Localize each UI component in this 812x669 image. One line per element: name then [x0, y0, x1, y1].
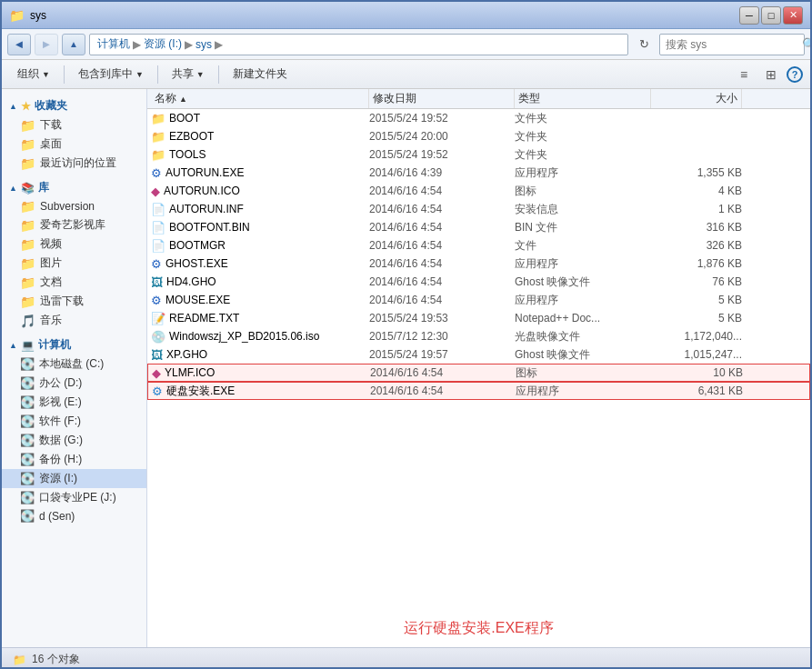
sidebar-item-video[interactable]: 📁 视频 [2, 235, 146, 254]
sidebar-item-recent[interactable]: 📁 最近访问的位置 [2, 154, 146, 173]
sidebar-item-music[interactable]: 🎵 音乐 [2, 311, 146, 330]
file-cell-date: 2015/5/24 19:52 [369, 112, 515, 125]
file-cell-type: 安装信息 [515, 202, 651, 217]
toolbar-right: ≡ ⊞ ? [732, 64, 803, 85]
sidebar-section-header-favorites[interactable]: ▲ ★ 收藏夹 [2, 96, 146, 115]
sidebar-item-backup-h[interactable]: 💽 备份 (H:) [2, 450, 146, 469]
music-icon: 🎵 [20, 314, 35, 328]
file-name: MOUSE.EXE [165, 294, 230, 306]
table-row[interactable]: ⚙ GHOST.EXE 2014/6/16 4:54 应用程序 1,876 KB [147, 255, 810, 273]
file-cell-size: 10 KB [652, 366, 743, 379]
computer-label: 计算机 [38, 337, 71, 353]
download-folder-icon: 📁 [20, 118, 35, 133]
sidebar-section-header-library[interactable]: ▲ 📚 库 [2, 178, 146, 197]
search-box[interactable]: 🔍 [659, 34, 805, 55]
table-row[interactable]: 🖼 XP.GHO 2015/5/24 19:57 Ghost 映像文件 1,01… [147, 345, 810, 364]
sidebar-item-thunder[interactable]: 📁 迅雷下载 [2, 292, 146, 311]
file-cell-type: Notepad++ Doc... [515, 312, 651, 325]
share-button[interactable]: 共享 ▼ [164, 63, 213, 86]
close-button[interactable]: ✕ [783, 6, 803, 25]
sidebar-item-local-c[interactable]: 💽 本地磁盘 (C:) [2, 354, 146, 374]
col-header-size[interactable]: 大小 [651, 89, 742, 108]
sidebar-item-recent-label: 最近访问的位置 [40, 155, 116, 171]
sidebar-item-software-f-label: 软件 (F:) [39, 414, 81, 429]
search-input[interactable] [666, 38, 802, 51]
file-cell-size: 1,172,040... [651, 330, 742, 343]
table-row[interactable]: 📄 BOOTFONT.BIN 2014/6/16 4:54 BIN 文件 316… [147, 218, 810, 236]
view-icon-button[interactable]: ⊞ [759, 64, 783, 85]
share-dropdown-icon: ▼ [196, 70, 205, 79]
table-row[interactable]: ⚙ AUTORUN.EXE 2014/6/16 4:39 应用程序 1,355 … [147, 164, 810, 182]
table-row[interactable]: ◆ YLMF.ICO 2014/6/16 4:54 图标 10 KB [147, 364, 810, 382]
file-cell-name: 🖼 HD4.GHO [151, 275, 369, 289]
table-row[interactable]: 📄 AUTORUN.INF 2014/6/16 4:54 安装信息 1 KB [147, 200, 810, 218]
table-row[interactable]: 📄 BOOTMGR 2014/6/16 4:54 文件 326 KB [147, 236, 810, 255]
table-row[interactable]: ◆ AUTORUN.ICO 2014/6/16 4:54 图标 4 KB [147, 182, 810, 200]
col-header-name[interactable]: 名称 ▲ [151, 89, 369, 108]
organize-button[interactable]: 组织 ▼ [9, 63, 58, 86]
sidebar-section-header-computer[interactable]: ▲ 💻 计算机 [2, 335, 146, 354]
address-path[interactable]: 计算机 ▶ 资源 (I:) ▶ sys ▶ [89, 34, 628, 55]
sidebar-item-download[interactable]: 📁 下载 [2, 115, 146, 135]
breadcrumb-resource[interactable]: 资源 (I:) [144, 36, 182, 52]
data-g-icon: 💽 [20, 434, 35, 447]
sidebar-item-office-d[interactable]: 💽 办公 (D:) [2, 374, 146, 393]
file-cell-date: 2014/6/16 4:54 [369, 257, 515, 270]
sidebar-item-movies-e[interactable]: 💽 影视 (E:) [2, 393, 146, 412]
maximize-button[interactable]: □ [761, 6, 781, 25]
refresh-button[interactable]: ↻ [632, 34, 656, 55]
breadcrumb-computer[interactable]: 计算机 [97, 36, 130, 52]
minimize-button[interactable]: ─ [739, 6, 759, 25]
organize-dropdown-icon: ▼ [42, 70, 50, 79]
sidebar-item-image-label: 图片 [40, 255, 62, 271]
forward-button[interactable]: ► [35, 34, 58, 55]
sidebar-item-download-label: 下载 [40, 117, 62, 133]
video-icon: 📁 [20, 237, 35, 252]
file-cell-size: 5 KB [651, 294, 742, 306]
sidebar-item-desktop[interactable]: 📁 桌面 [2, 135, 146, 154]
sidebar-section-library: ▲ 📚 库 📁 Subversion 📁 爱奇艺影视库 📁 视频 📁 图片 [2, 178, 146, 330]
file-cell-date: 2015/5/24 19:53 [369, 312, 515, 325]
sidebar-item-subversion[interactable]: 📁 Subversion [2, 197, 146, 215]
sidebar-item-pocket-j[interactable]: 💽 口袋专业PE (J:) [2, 488, 146, 507]
back-button[interactable]: ◄ [7, 34, 31, 55]
col-header-type[interactable]: 类型 [515, 89, 651, 108]
breadcrumb-sep-2: ▶ [185, 38, 193, 51]
sidebar-item-image[interactable]: 📁 图片 [2, 254, 146, 273]
sidebar-item-d-sen[interactable]: 💽 d (Sen) [2, 507, 146, 524]
toolbar-separator-2 [157, 65, 158, 84]
sidebar-item-subversion-label: Subversion [40, 200, 95, 213]
table-row[interactable]: 💿 Windowszj_XP_BD2015.06.iso 2015/7/12 1… [147, 327, 810, 345]
sidebar-item-doc[interactable]: 📁 文档 [2, 273, 146, 292]
help-button[interactable]: ? [787, 66, 803, 83]
file-cell-date: 2015/7/12 12:30 [369, 330, 515, 343]
file-cell-name: 📄 BOOTFONT.BIN [151, 221, 369, 235]
library-label: 库 [38, 180, 49, 195]
up-button[interactable]: ▲ [62, 34, 85, 55]
table-row[interactable]: 📝 README.TXT 2015/5/24 19:53 Notepad++ D… [147, 309, 810, 327]
table-row[interactable]: 📁 EZBOOT 2015/5/24 20:00 文件夹 [147, 127, 810, 145]
sidebar-item-aiqiyi[interactable]: 📁 爱奇艺影视库 [2, 215, 146, 235]
file-cell-type: 文件夹 [515, 111, 651, 126]
table-row[interactable]: ⚙ 硬盘安装.EXE 2014/6/16 4:54 应用程序 6,431 KB [147, 382, 810, 400]
breadcrumb-sep-3: ▶ [215, 38, 223, 51]
col-header-date[interactable]: 修改日期 [369, 89, 515, 108]
sidebar-item-data-g[interactable]: 💽 数据 (G:) [2, 431, 146, 450]
view-list-button[interactable]: ≡ [732, 64, 756, 85]
include-library-button[interactable]: 包含到库中 ▼ [70, 63, 152, 86]
new-folder-button[interactable]: 新建文件夹 [225, 63, 296, 86]
file-icon: ⚙ [152, 384, 163, 398]
table-row[interactable]: 📁 TOOLS 2015/5/24 19:52 文件夹 [147, 145, 810, 164]
breadcrumb-sys[interactable]: sys [195, 38, 212, 51]
table-row[interactable]: 🖼 HD4.GHO 2014/6/16 4:54 Ghost 映像文件 76 K… [147, 273, 810, 291]
table-row[interactable]: 📁 BOOT 2015/5/24 19:52 文件夹 [147, 109, 810, 127]
window-controls: ─ □ ✕ [739, 6, 803, 25]
file-cell-size: 326 KB [651, 239, 742, 252]
folder-icon-title: 📁 [9, 8, 25, 23]
sidebar-item-doc-label: 文档 [40, 275, 62, 290]
sidebar-item-resource-i[interactable]: 💽 资源 (I:) [2, 469, 146, 488]
address-bar: ◄ ► ▲ 计算机 ▶ 资源 (I:) ▶ sys ▶ ↻ 🔍 [2, 29, 810, 60]
sidebar-item-software-f[interactable]: 💽 软件 (F:) [2, 412, 146, 431]
file-cell-size: 1,876 KB [651, 257, 742, 270]
table-row[interactable]: ⚙ MOUSE.EXE 2014/6/16 4:54 应用程序 5 KB [147, 291, 810, 309]
